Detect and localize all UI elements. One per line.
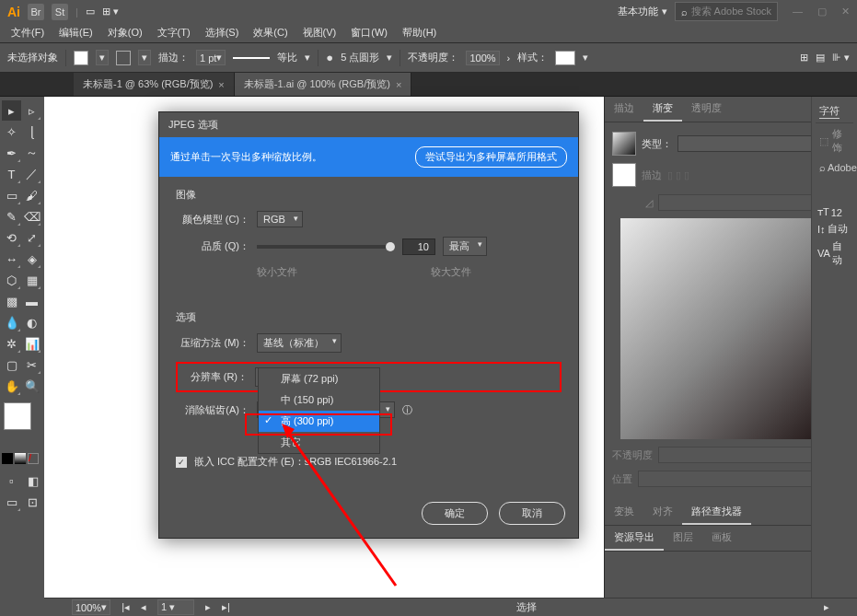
stroke-weight-input[interactable]: 1 pt ▾ xyxy=(196,50,226,65)
color-mode[interactable] xyxy=(2,453,13,464)
menu-edit[interactable]: 编辑(E) xyxy=(53,24,98,41)
gradient-preview-large[interactable] xyxy=(620,218,841,439)
stroke-profile[interactable] xyxy=(233,57,270,59)
menu-view[interactable]: 视图(V) xyxy=(297,24,342,41)
direct-selection-tool[interactable]: ▹ xyxy=(22,100,41,121)
stroke-dropdown[interactable]: ▾ xyxy=(138,50,151,65)
eyedropper-tool[interactable]: 💧 xyxy=(2,312,21,332)
color-swatch[interactable] xyxy=(612,163,636,187)
edit-toolbar[interactable]: ⊡ xyxy=(23,492,42,512)
tab-transparency[interactable]: 透明度 xyxy=(682,97,731,122)
minimize-button[interactable]: — xyxy=(793,6,803,17)
line-tool[interactable]: ／ xyxy=(22,164,41,184)
close-tab-icon[interactable]: × xyxy=(396,79,401,90)
gradient-tool[interactable]: ▬ xyxy=(22,291,41,311)
doc-setup-icon[interactable]: ⊞ xyxy=(800,52,808,64)
dd-high-300[interactable]: ✓高 (300 ppi) xyxy=(259,411,379,432)
prefs-icon[interactable]: ▤ xyxy=(816,52,825,64)
artboard-nav-first[interactable]: |◂ xyxy=(122,601,130,613)
arrange-icon[interactable]: ⊞ ▾ xyxy=(102,6,119,17)
quality-value[interactable]: 10 xyxy=(402,238,435,255)
tab-asset-export[interactable]: 资源导出 xyxy=(605,526,664,551)
touch-type-icon[interactable]: ⬚ xyxy=(819,135,828,147)
tab-layers[interactable]: 图层 xyxy=(664,526,702,551)
eraser-tool[interactable]: ⌫ xyxy=(22,206,41,227)
width-tool[interactable]: ↔ xyxy=(2,249,21,269)
graph-tool[interactable]: 📊 xyxy=(22,333,41,354)
none-mode[interactable]: / xyxy=(28,453,39,464)
draw-normal[interactable]: ▫ xyxy=(2,471,21,491)
dd-other[interactable]: 其它 xyxy=(259,432,379,453)
cloud-icon[interactable]: ▭ xyxy=(86,6,95,17)
selection-tool[interactable]: ▸ xyxy=(2,100,21,121)
zoom-level[interactable]: 100% ▾ xyxy=(72,599,110,615)
cancel-button[interactable]: 取消 xyxy=(499,502,565,525)
opacity-input[interactable]: 100% xyxy=(466,51,499,65)
maximize-button[interactable]: ▢ xyxy=(817,6,827,17)
menu-type[interactable]: 文字(T) xyxy=(152,24,196,41)
document-tab[interactable]: 未标题-1.ai @ 100% (RGB/预览) × xyxy=(235,73,412,96)
menu-select[interactable]: 选择(S) xyxy=(200,24,245,41)
icc-checkbox[interactable]: ✓ xyxy=(176,457,187,468)
zoom-tool[interactable]: 🔍 xyxy=(22,376,41,396)
shaper-tool[interactable]: ✎ xyxy=(2,206,21,227)
menu-object[interactable]: 对象(O) xyxy=(102,24,148,41)
perspective-tool[interactable]: ▦ xyxy=(22,270,41,290)
adobe-stock-search[interactable]: ⌕ 搜索 Adobe Stock xyxy=(675,2,778,21)
artboard-select[interactable]: 1 ▾ xyxy=(157,599,194,615)
lasso-tool[interactable]: ɭ xyxy=(22,122,41,142)
char-tab[interactable]: 字符 xyxy=(819,104,840,119)
screen-mode[interactable]: ▭ xyxy=(2,492,21,512)
tab-pathfinder[interactable]: 路径查找器 xyxy=(682,500,751,525)
tab-stroke[interactable]: 描边 xyxy=(605,97,643,122)
stock-icon[interactable]: St xyxy=(52,4,68,20)
artboard-tool[interactable]: ▢ xyxy=(2,354,21,375)
close-tab-icon[interactable]: × xyxy=(218,79,224,90)
info-icon[interactable]: ⓘ xyxy=(402,403,412,417)
stroke-swatch[interactable] xyxy=(116,51,131,65)
compression-select[interactable]: 基线（标准） xyxy=(257,333,342,353)
blend-tool[interactable]: ◐ xyxy=(22,312,41,332)
shape-builder-tool[interactable]: ⬡ xyxy=(2,270,21,290)
magic-wand-tool[interactable]: ✧ xyxy=(2,122,21,142)
tab-artboards[interactable]: 画板 xyxy=(702,526,741,551)
free-transform-tool[interactable]: ◈ xyxy=(22,249,41,269)
scale-tool[interactable]: ⤢ xyxy=(22,227,41,248)
pen-tool[interactable]: ✒ xyxy=(2,143,21,163)
draw-behind[interactable]: ◧ xyxy=(23,471,42,491)
ok-button[interactable]: 确定 xyxy=(422,502,488,525)
brush-label[interactable]: 5 点圆形 xyxy=(341,51,379,64)
close-button[interactable]: ✕ xyxy=(841,6,850,17)
document-tab[interactable]: 未标题-1 @ 63% (RGB/预览) × xyxy=(74,73,235,96)
hand-tool[interactable]: ✋ xyxy=(2,376,21,396)
artboard-nav-last[interactable]: ▸| xyxy=(222,601,230,613)
dd-medium-150[interactable]: 中 (150 ppi) xyxy=(259,389,379,411)
artboard-nav-prev[interactable]: ◂ xyxy=(141,601,146,613)
tab-gradient[interactable]: 渐变 xyxy=(643,97,682,122)
menu-effect[interactable]: 效果(C) xyxy=(248,24,293,41)
quality-slider[interactable] xyxy=(257,245,395,249)
dd-screen-72[interactable]: 屏幕 (72 ppi) xyxy=(259,368,379,389)
menu-help[interactable]: 帮助(H) xyxy=(397,24,442,41)
fill-color[interactable] xyxy=(4,402,31,430)
tab-align[interactable]: 对齐 xyxy=(643,500,682,525)
type-tool[interactable]: T xyxy=(2,164,21,184)
quality-preset-select[interactable]: 最高 xyxy=(443,237,487,256)
mesh-tool[interactable]: ▩ xyxy=(2,291,21,311)
rectangle-tool[interactable]: ▭ xyxy=(2,185,21,205)
tab-transform[interactable]: 变换 xyxy=(605,500,643,525)
style-swatch[interactable] xyxy=(555,51,575,65)
paintbrush-tool[interactable]: 🖌 xyxy=(22,185,41,205)
symbol-tool[interactable]: ✲ xyxy=(2,333,21,354)
rotate-tool[interactable]: ⟲ xyxy=(2,227,21,248)
fill-dropdown[interactable]: ▾ xyxy=(96,50,109,65)
align-icon[interactable]: ⊪ ▾ xyxy=(832,52,850,64)
fill-swatch[interactable] xyxy=(74,51,88,65)
workspace-switcher[interactable]: 基本功能 ▾ xyxy=(618,5,667,18)
artboard-nav-next[interactable]: ▸ xyxy=(205,601,211,613)
menu-file[interactable]: 文件(F) xyxy=(6,24,50,41)
font-search[interactable]: Adobe xyxy=(828,162,857,173)
bridge-icon[interactable]: Br xyxy=(28,4,44,20)
gradient-mode[interactable] xyxy=(15,453,26,464)
curvature-tool[interactable]: ～ xyxy=(22,143,41,163)
